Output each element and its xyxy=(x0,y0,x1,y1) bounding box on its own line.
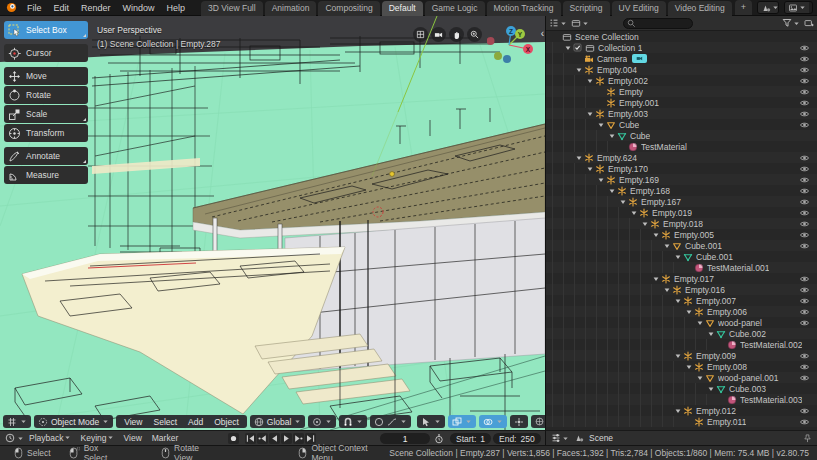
tool-annotate[interactable]: Annotate xyxy=(4,147,88,165)
expander-icon[interactable] xyxy=(563,44,572,52)
workspace-tab-animation[interactable]: Animation xyxy=(265,1,317,16)
outliner-row-empty-624-11[interactable]: Empty.624 xyxy=(546,152,817,163)
tool-move[interactable]: Move xyxy=(4,67,88,85)
tool-transform[interactable]: Transform xyxy=(4,124,88,142)
render-layer-browse-button[interactable] xyxy=(785,2,809,13)
visibility-toggle[interactable] xyxy=(799,185,810,196)
expander-icon[interactable] xyxy=(684,363,693,371)
outliner-row-wood-panel-001-31[interactable]: wood-panel.001 xyxy=(546,372,817,383)
expander-icon[interactable] xyxy=(651,231,660,239)
filter-button[interactable] xyxy=(782,18,800,28)
visibility-toggle[interactable] xyxy=(799,350,810,361)
menu-keying[interactable]: Keying xyxy=(76,433,119,443)
display-mode-button[interactable] xyxy=(571,18,589,28)
menu-view[interactable]: View xyxy=(119,433,147,443)
visibility-toggle[interactable] xyxy=(799,295,810,306)
tool-measure[interactable]: Measure xyxy=(4,166,88,184)
outliner-row-empty-017-22[interactable]: Empty.017 xyxy=(546,273,817,284)
menu-help[interactable]: Help xyxy=(161,0,192,16)
visibility-toggle[interactable] xyxy=(799,229,810,240)
outliner-row-empty-009-29[interactable]: Empty.009 xyxy=(546,350,817,361)
outliner-row-empty-004-3[interactable]: Empty.004 xyxy=(546,64,817,75)
visibility-toggle[interactable] xyxy=(799,405,810,416)
outliner-row-collection-1-1[interactable]: Collection 1 xyxy=(546,42,817,53)
expander-icon[interactable] xyxy=(629,209,638,217)
expander-icon[interactable] xyxy=(662,242,671,250)
visibility-toggle[interactable] xyxy=(799,119,810,130)
menu-view[interactable]: View xyxy=(120,417,146,427)
expander-icon[interactable] xyxy=(706,330,715,338)
visibility-toggle[interactable] xyxy=(799,306,810,317)
expander-icon[interactable] xyxy=(618,198,627,206)
outliner-row-cube-001-20[interactable]: Cube.001 xyxy=(546,251,817,262)
outliner-row-camera-2[interactable]: Camera xyxy=(546,53,817,64)
expander-icon[interactable] xyxy=(574,66,583,74)
outliner-row-empty-018-17[interactable]: Empty.018 xyxy=(546,218,817,229)
blender-logo-icon[interactable] xyxy=(6,2,17,13)
outliner-row-scene-collection-0[interactable]: Scene Collection xyxy=(546,31,817,42)
outliner-row-empty-016-23[interactable]: Empty.016 xyxy=(546,284,817,295)
expander-icon[interactable] xyxy=(673,297,682,305)
outliner-row-wood-panel-26[interactable]: wood-panel xyxy=(546,317,817,328)
outliner-row-empty-167-15[interactable]: Empty.167 xyxy=(546,196,817,207)
camera-data-badge[interactable] xyxy=(632,54,647,63)
use-preview-range-button[interactable] xyxy=(434,433,444,444)
menu-marker[interactable]: Marker xyxy=(147,433,183,443)
proportional-edit-controls[interactable] xyxy=(370,415,411,428)
visibility-toggle[interactable] xyxy=(799,416,810,427)
workspace-tab-uv-editing[interactable]: UV Editing xyxy=(612,1,666,16)
region-collapse-icon[interactable]: ‹ xyxy=(541,28,544,39)
outliner-row-cube-002-27[interactable]: Cube.002 xyxy=(546,328,817,339)
workspace-tab-game-logic[interactable]: Game Logic xyxy=(425,1,485,16)
menu-add[interactable]: Add xyxy=(184,417,207,427)
properties-editor-type-button[interactable] xyxy=(551,433,569,443)
scene-browse-button[interactable] xyxy=(758,2,780,13)
expander-icon[interactable] xyxy=(596,176,605,184)
outliner-row-empty-001-6[interactable]: Empty.001 xyxy=(546,97,817,108)
outliner-row-testmaterial-003-33[interactable]: TestMaterial.003 xyxy=(546,394,817,405)
expander-icon[interactable] xyxy=(673,253,682,261)
3d-viewport[interactable]: User Perspective (1) Scene Collection | … xyxy=(0,16,545,430)
outliner-row-cube-003-32[interactable]: Cube.003 xyxy=(546,383,817,394)
visibility-toggle[interactable] xyxy=(799,196,810,207)
expander-icon[interactable] xyxy=(684,308,693,316)
outliner-row-empty-019-16[interactable]: Empty.019 xyxy=(546,207,817,218)
tool-scale[interactable]: Scale xyxy=(4,105,88,123)
expander-icon[interactable] xyxy=(640,220,649,228)
pan-view-button[interactable] xyxy=(449,27,464,42)
wireframe-shading-button[interactable] xyxy=(535,417,544,426)
expander-icon[interactable] xyxy=(706,385,715,393)
gizmos-toggle[interactable] xyxy=(510,415,528,428)
menu-render[interactable]: Render xyxy=(75,0,117,16)
visibility-toggle[interactable] xyxy=(799,108,810,119)
expander-icon[interactable] xyxy=(651,275,660,283)
outliner-row-cube-9[interactable]: Cube xyxy=(546,130,817,141)
outliner-editor-type-button[interactable] xyxy=(549,18,567,28)
tool-rotate[interactable]: Rotate xyxy=(4,86,88,104)
axis-x-negative[interactable] xyxy=(487,37,495,45)
menu-file[interactable]: File xyxy=(21,0,48,16)
visibility-toggle[interactable] xyxy=(799,273,810,284)
collection-checkbox[interactable] xyxy=(572,43,583,52)
outliner-row-empty-007-24[interactable]: Empty.007 xyxy=(546,295,817,306)
outliner-row-testmaterial-001-21[interactable]: TestMaterial.001 xyxy=(546,262,817,273)
outliner-row-empty-5[interactable]: Empty xyxy=(546,86,817,97)
workspace-tab-motion-tracking[interactable]: Motion Tracking xyxy=(487,1,561,16)
navigation-gizmo[interactable]: Z Y X xyxy=(487,19,539,71)
menu-object[interactable]: Object xyxy=(210,417,243,427)
expander-icon[interactable] xyxy=(585,77,594,85)
expander-icon[interactable] xyxy=(585,165,594,173)
expander-icon[interactable] xyxy=(695,374,704,382)
expander-icon[interactable] xyxy=(662,286,671,294)
search-input[interactable] xyxy=(638,19,689,28)
visibility-toggle[interactable] xyxy=(799,64,810,75)
object-visibility-button[interactable] xyxy=(417,415,445,428)
visibility-toggle[interactable] xyxy=(799,86,810,97)
expander-icon[interactable] xyxy=(574,154,583,162)
zoom-view-button[interactable] xyxy=(467,27,482,42)
workspace-tab-scripting[interactable]: Scripting xyxy=(563,1,610,16)
expander-icon[interactable] xyxy=(673,407,682,415)
outliner-row-testmaterial-002-28[interactable]: TestMaterial.002 xyxy=(546,339,817,350)
overlays-toggle[interactable] xyxy=(479,415,507,428)
visibility-toggle[interactable] xyxy=(799,218,810,229)
